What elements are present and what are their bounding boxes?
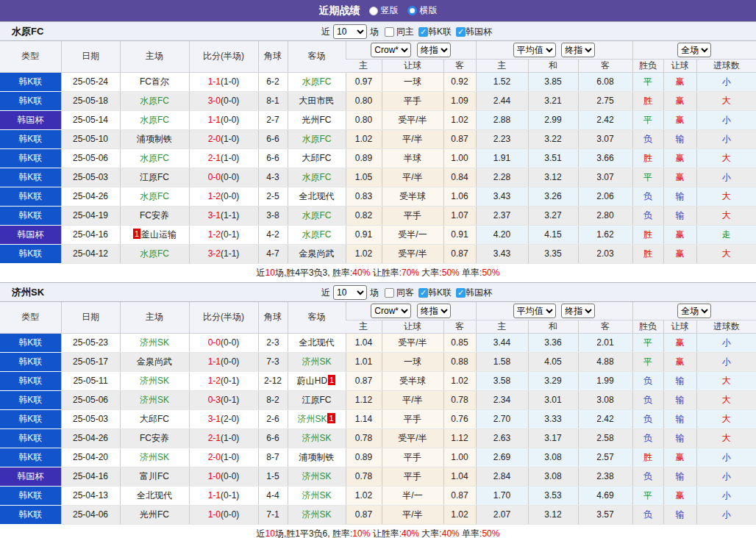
avg-away-odds: 2.06 (578, 187, 632, 206)
team-name[interactable]: 全北现代 (299, 191, 335, 201)
team-name[interactable]: 浦项制铁 (137, 134, 172, 144)
team-name[interactable]: 光州FC (302, 115, 332, 125)
halftime-score: (1-0) (221, 433, 239, 443)
league-filter-label: 韩K联 (428, 26, 452, 38)
team-name[interactable]: 济州SK (302, 433, 331, 443)
team-name[interactable]: 浦项制铁 (299, 452, 335, 462)
near-label: 近 (321, 287, 330, 299)
fulltime-score: 1-2 (208, 191, 221, 201)
league-filter-checkbox[interactable] (418, 27, 428, 37)
team-name[interactable]: 水原FC (140, 96, 169, 106)
away-team: 水原FC (288, 168, 346, 187)
col-score: 比分(半场) (189, 302, 258, 333)
home-team: 水原FC (120, 110, 189, 129)
radio-horizontal-icon[interactable] (407, 6, 417, 15)
europe-source-select[interactable]: 平均值 (513, 43, 556, 57)
team-name[interactable]: 水原FC (302, 76, 332, 87)
league-filter-checkbox[interactable] (418, 288, 428, 298)
team-name[interactable]: 济州SK (140, 452, 169, 462)
team-name[interactable]: 水原FC (302, 134, 332, 144)
team-name[interactable]: 水原FC (140, 153, 169, 163)
team-name[interactable]: 富川FC (140, 471, 169, 481)
europe-source-select[interactable]: 平均值 (513, 304, 556, 318)
team-name[interactable]: 济州SK (302, 471, 331, 481)
result-wdl: 胜 (632, 244, 663, 263)
score: 3-1(1-1) (189, 206, 258, 225)
team-name[interactable]: 水原FC (140, 248, 169, 259)
team-name[interactable]: 金泉尚武 (299, 248, 335, 259)
match-row: 韩K联 25-04-13 全北现代 1-1(0-1) 4-4 济州SK 1.02… (0, 486, 756, 505)
away-team: 水原FC (288, 206, 346, 225)
halftime-score: (1-1) (221, 248, 239, 259)
handicap-line: 平/半 (382, 129, 443, 148)
layout-vertical-option[interactable]: 竖版 (369, 4, 399, 17)
handicap-source-select[interactable]: Crow* (371, 304, 411, 318)
avg-home-odds: 4.20 (476, 225, 528, 244)
cup-filter-checkbox[interactable] (456, 288, 466, 298)
recent-count-select[interactable]: 10 (333, 285, 367, 300)
result-goals: 大 (696, 409, 756, 428)
team-name[interactable]: 济州SK (302, 356, 331, 367)
cup-filter-checkbox[interactable] (456, 27, 466, 37)
team-name[interactable]: 水原FC (140, 191, 169, 201)
team-name[interactable]: 水原FC (140, 115, 169, 125)
avg-home-odds: 1.52 (476, 72, 528, 91)
recent-count-select[interactable]: 10 (333, 24, 367, 39)
avg-home-odds: 2.84 (476, 467, 528, 486)
team-name[interactable]: 江原FC (140, 172, 169, 182)
europe-time-select[interactable]: 终指 (561, 43, 595, 57)
team-name[interactable]: 全北现代 (299, 337, 335, 348)
team-name[interactable]: 蔚山HD (297, 376, 327, 386)
handicap-time-select[interactable]: 终指 (417, 304, 451, 318)
team-name[interactable]: FC首尔 (140, 76, 169, 87)
result-wdl: 平 (632, 352, 663, 371)
team-name[interactable]: 济州SK (140, 337, 169, 348)
team-name[interactable]: 金泉尚武 (137, 356, 172, 367)
summary-part: 让胜率: (370, 528, 402, 538)
match-row: 韩国杯 25-04-16 1釜山运输 1-2(0-1) 4-2 水原FC 0.9… (0, 225, 756, 244)
team-name[interactable]: 济州SK (297, 414, 327, 424)
handicap-time-select[interactable]: 终指 (417, 43, 451, 57)
team-name[interactable]: FC安养 (140, 210, 169, 220)
handicap-away-odds: 1.09 (443, 91, 476, 110)
radio-vertical-icon[interactable] (369, 7, 378, 15)
team-name[interactable]: 江原FC (302, 395, 332, 405)
europe-time-select[interactable]: 终指 (561, 304, 595, 318)
corners: 2-3 (258, 333, 288, 352)
fulltime-score: 2-0 (208, 452, 221, 462)
result-handicap: 赢 (663, 486, 696, 505)
result-goals: 小 (696, 448, 756, 467)
team-name[interactable]: 大田市民 (299, 96, 335, 106)
team-name[interactable]: 济州SK (140, 376, 169, 386)
team-name[interactable]: 釜山运输 (141, 229, 176, 240)
result-scope-select[interactable]: 全场 (677, 43, 711, 57)
team-name[interactable]: 水原FC (302, 172, 332, 182)
halftime-score: (0-0) (221, 337, 239, 348)
avg-draw-odds: 4.05 (528, 352, 578, 371)
team-name[interactable]: 济州SK (302, 509, 331, 520)
same-venue-checkbox[interactable] (385, 288, 394, 298)
result-group-header: 全场 (632, 302, 756, 320)
team-name[interactable]: 水原FC (302, 229, 332, 240)
score: 1-1(0-0) (189, 110, 258, 129)
team-name[interactable]: 济州SK (302, 490, 331, 501)
team-name[interactable]: 大邱FC (302, 153, 332, 163)
avg-draw-odds: 3.08 (528, 467, 578, 486)
team-name[interactable]: 全北现代 (137, 490, 172, 501)
handicap-away-odds: 0.76 (443, 409, 476, 428)
avg-home-odds: 2.63 (476, 428, 528, 448)
team-name[interactable]: 大邱FC (140, 414, 169, 424)
team-name[interactable]: FC安养 (140, 433, 169, 443)
halftime-score: (0-1) (221, 490, 239, 501)
team-name[interactable]: 济州SK (140, 395, 169, 405)
team-name[interactable]: 光州FC (140, 509, 169, 520)
avg-draw-odds: 3.33 (528, 409, 578, 428)
handicap-source-select[interactable]: Crow* (371, 43, 411, 57)
result-scope-select[interactable]: 全场 (677, 304, 711, 318)
halftime-score: (1-0) (221, 452, 239, 462)
team-name[interactable]: 水原FC (302, 210, 332, 220)
layout-horizontal-option[interactable]: 横版 (407, 4, 438, 17)
same-venue-checkbox[interactable] (385, 27, 394, 37)
col-away: 客场 (288, 302, 346, 333)
result-wdl: 负 (632, 129, 663, 148)
